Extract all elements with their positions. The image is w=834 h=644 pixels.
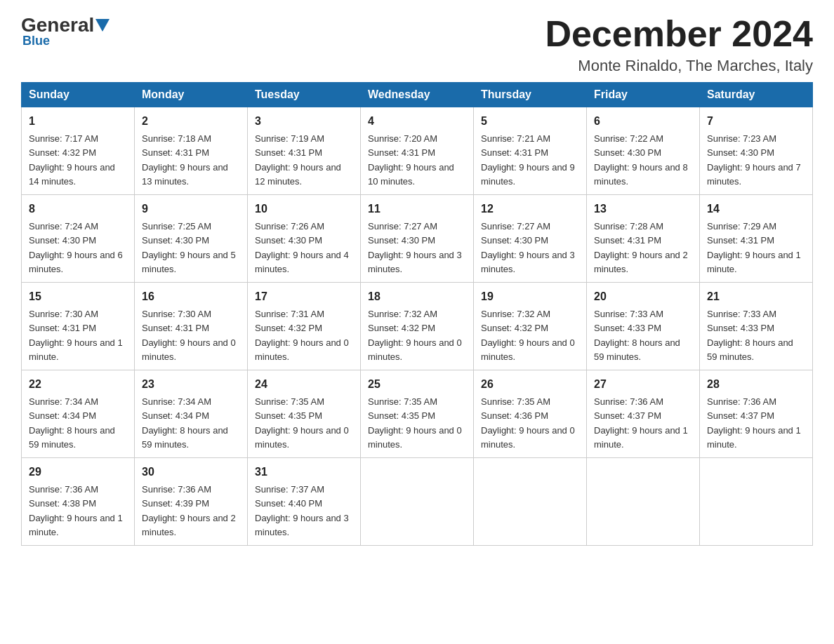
table-row: 22Sunrise: 7:34 AMSunset: 4:34 PMDayligh… (22, 370, 135, 458)
header-sunday: Sunday (22, 83, 135, 107)
day-info: Sunrise: 7:22 AMSunset: 4:30 PMDaylight:… (594, 133, 688, 187)
day-number: 7 (707, 113, 805, 130)
day-info: Sunrise: 7:20 AMSunset: 4:31 PMDaylight:… (368, 133, 454, 187)
day-number: 23 (142, 376, 240, 393)
day-info: Sunrise: 7:36 AMSunset: 4:38 PMDaylight:… (29, 484, 123, 537)
day-info: Sunrise: 7:31 AMSunset: 4:32 PMDaylight:… (255, 309, 349, 362)
day-number: 28 (707, 376, 805, 393)
day-number: 27 (594, 376, 692, 393)
table-row: 18Sunrise: 7:32 AMSunset: 4:32 PMDayligh… (361, 283, 474, 370)
calendar-week-row: 29Sunrise: 7:36 AMSunset: 4:38 PMDayligh… (22, 458, 813, 546)
day-info: Sunrise: 7:34 AMSunset: 4:34 PMDaylight:… (142, 396, 228, 450)
table-row: 5Sunrise: 7:21 AMSunset: 4:31 PMDaylight… (474, 107, 587, 195)
logo-subtitle: Blue (22, 34, 50, 48)
month-title: December 2024 (545, 14, 813, 54)
table-row: 17Sunrise: 7:31 AMSunset: 4:32 PMDayligh… (248, 283, 361, 370)
day-number: 5 (481, 113, 579, 130)
day-info: Sunrise: 7:35 AMSunset: 4:35 PMDaylight:… (368, 396, 462, 450)
header-monday: Monday (135, 83, 248, 107)
day-number: 12 (481, 201, 579, 217)
day-number: 9 (142, 201, 240, 217)
table-row: 9Sunrise: 7:25 AMSunset: 4:30 PMDaylight… (135, 195, 248, 283)
day-info: Sunrise: 7:18 AMSunset: 4:31 PMDaylight:… (142, 133, 228, 187)
table-row (587, 458, 700, 546)
day-number: 21 (707, 288, 805, 305)
day-info: Sunrise: 7:37 AMSunset: 4:40 PMDaylight:… (255, 484, 349, 537)
day-number: 17 (255, 288, 353, 305)
day-number: 11 (368, 201, 466, 217)
header-wednesday: Wednesday (361, 83, 474, 107)
table-row: 14Sunrise: 7:29 AMSunset: 4:31 PMDayligh… (700, 195, 813, 283)
table-row: 13Sunrise: 7:28 AMSunset: 4:31 PMDayligh… (587, 195, 700, 283)
logo: General Blue (21, 14, 111, 48)
day-number: 8 (29, 201, 127, 217)
day-number: 13 (594, 201, 692, 217)
table-row: 2Sunrise: 7:18 AMSunset: 4:31 PMDaylight… (135, 107, 248, 195)
title-area: December 2024 Monte Rinaldo, The Marches… (545, 14, 813, 75)
calendar-week-row: 8Sunrise: 7:24 AMSunset: 4:30 PMDaylight… (22, 195, 813, 283)
day-info: Sunrise: 7:35 AMSunset: 4:35 PMDaylight:… (255, 396, 349, 450)
header-tuesday: Tuesday (248, 83, 361, 107)
table-row: 20Sunrise: 7:33 AMSunset: 4:33 PMDayligh… (587, 283, 700, 370)
table-row (474, 458, 587, 546)
day-number: 29 (29, 464, 127, 481)
day-info: Sunrise: 7:19 AMSunset: 4:31 PMDaylight:… (255, 133, 341, 187)
day-number: 4 (368, 113, 466, 130)
table-row: 28Sunrise: 7:36 AMSunset: 4:37 PMDayligh… (700, 370, 813, 458)
day-info: Sunrise: 7:27 AMSunset: 4:30 PMDaylight:… (368, 221, 462, 274)
calendar-week-row: 15Sunrise: 7:30 AMSunset: 4:31 PMDayligh… (22, 283, 813, 370)
table-row: 29Sunrise: 7:36 AMSunset: 4:38 PMDayligh… (22, 458, 135, 546)
day-number: 20 (594, 288, 692, 305)
day-number: 22 (29, 376, 127, 393)
day-number: 26 (481, 376, 579, 393)
day-number: 25 (368, 376, 466, 393)
day-number: 1 (29, 113, 127, 130)
day-number: 3 (255, 113, 353, 130)
day-number: 18 (368, 288, 466, 305)
day-info: Sunrise: 7:26 AMSunset: 4:30 PMDaylight:… (255, 221, 349, 274)
header-thursday: Thursday (474, 83, 587, 107)
day-number: 10 (255, 201, 353, 217)
day-info: Sunrise: 7:32 AMSunset: 4:32 PMDaylight:… (368, 309, 462, 362)
day-info: Sunrise: 7:21 AMSunset: 4:31 PMDaylight:… (481, 133, 575, 187)
table-row: 10Sunrise: 7:26 AMSunset: 4:30 PMDayligh… (248, 195, 361, 283)
calendar-table: Sunday Monday Tuesday Wednesday Thursday… (21, 82, 813, 546)
table-row: 25Sunrise: 7:35 AMSunset: 4:35 PMDayligh… (361, 370, 474, 458)
day-info: Sunrise: 7:30 AMSunset: 4:31 PMDaylight:… (29, 309, 123, 362)
table-row: 24Sunrise: 7:35 AMSunset: 4:35 PMDayligh… (248, 370, 361, 458)
day-number: 31 (255, 464, 353, 481)
header-friday: Friday (587, 83, 700, 107)
day-number: 6 (594, 113, 692, 130)
table-row: 4Sunrise: 7:20 AMSunset: 4:31 PMDaylight… (361, 107, 474, 195)
table-row: 21Sunrise: 7:33 AMSunset: 4:33 PMDayligh… (700, 283, 813, 370)
table-row: 11Sunrise: 7:27 AMSunset: 4:30 PMDayligh… (361, 195, 474, 283)
day-number: 14 (707, 201, 805, 217)
day-info: Sunrise: 7:24 AMSunset: 4:30 PMDaylight:… (29, 221, 123, 274)
location-title: Monte Rinaldo, The Marches, Italy (545, 57, 813, 75)
calendar-week-row: 1Sunrise: 7:17 AMSunset: 4:32 PMDaylight… (22, 107, 813, 195)
day-info: Sunrise: 7:36 AMSunset: 4:37 PMDaylight:… (594, 396, 688, 450)
table-row: 12Sunrise: 7:27 AMSunset: 4:30 PMDayligh… (474, 195, 587, 283)
day-info: Sunrise: 7:17 AMSunset: 4:32 PMDaylight:… (29, 133, 115, 187)
day-info: Sunrise: 7:29 AMSunset: 4:31 PMDaylight:… (707, 221, 801, 274)
table-row: 30Sunrise: 7:36 AMSunset: 4:39 PMDayligh… (135, 458, 248, 546)
day-info: Sunrise: 7:33 AMSunset: 4:33 PMDaylight:… (707, 309, 793, 362)
table-row: 31Sunrise: 7:37 AMSunset: 4:40 PMDayligh… (248, 458, 361, 546)
day-info: Sunrise: 7:27 AMSunset: 4:30 PMDaylight:… (481, 221, 575, 274)
header-saturday: Saturday (700, 83, 813, 107)
day-info: Sunrise: 7:34 AMSunset: 4:34 PMDaylight:… (29, 396, 115, 450)
table-row: 3Sunrise: 7:19 AMSunset: 4:31 PMDaylight… (248, 107, 361, 195)
table-row (361, 458, 474, 546)
table-row: 23Sunrise: 7:34 AMSunset: 4:34 PMDayligh… (135, 370, 248, 458)
table-row: 6Sunrise: 7:22 AMSunset: 4:30 PMDaylight… (587, 107, 700, 195)
table-row: 16Sunrise: 7:30 AMSunset: 4:31 PMDayligh… (135, 283, 248, 370)
day-info: Sunrise: 7:23 AMSunset: 4:30 PMDaylight:… (707, 133, 801, 187)
day-info: Sunrise: 7:28 AMSunset: 4:31 PMDaylight:… (594, 221, 688, 274)
table-row: 1Sunrise: 7:17 AMSunset: 4:32 PMDaylight… (22, 107, 135, 195)
day-info: Sunrise: 7:25 AMSunset: 4:30 PMDaylight:… (142, 221, 236, 274)
table-row: 26Sunrise: 7:35 AMSunset: 4:36 PMDayligh… (474, 370, 587, 458)
day-number: 30 (142, 464, 240, 481)
table-row: 19Sunrise: 7:32 AMSunset: 4:32 PMDayligh… (474, 283, 587, 370)
day-number: 2 (142, 113, 240, 130)
weekday-header-row: Sunday Monday Tuesday Wednesday Thursday… (22, 83, 813, 107)
